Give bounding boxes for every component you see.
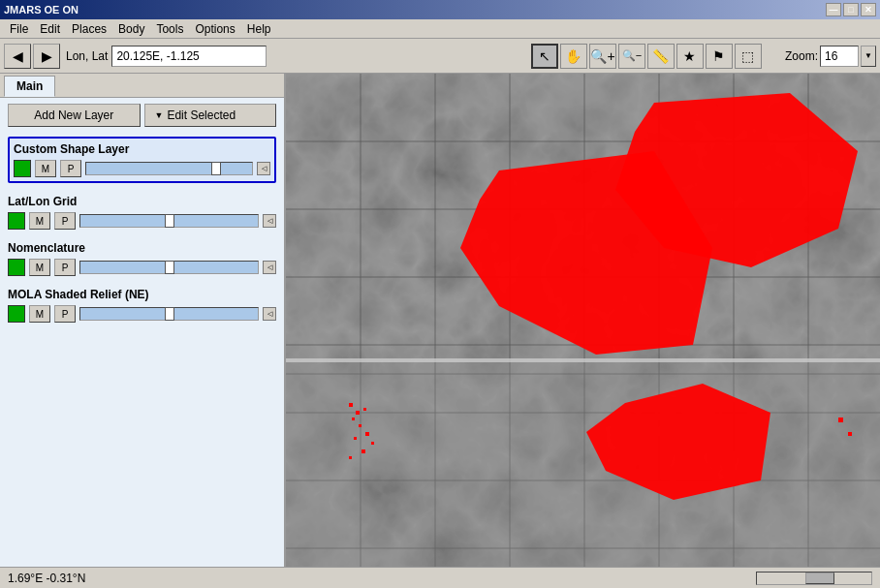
slider-end-latlon-grid: ◁ — [263, 214, 276, 228]
svg-rect-34 — [838, 418, 843, 422]
menu-help[interactable]: Help — [241, 20, 277, 38]
layer-name-mola: MOLA Shaded Relief (NE) — [8, 288, 276, 301]
svg-rect-24 — [356, 411, 360, 415]
nav-group: ◀ ▶ — [4, 44, 60, 69]
svg-rect-35 — [848, 432, 852, 436]
titlebar: JMARS OE ON — □ ✕ — [0, 0, 880, 19]
add-layer-button[interactable]: Add New Layer — [8, 104, 141, 127]
scroll-track[interactable] — [756, 572, 872, 585]
layer-opacity-custom-shape[interactable] — [85, 162, 253, 175]
back-button[interactable]: ◀ — [4, 44, 31, 69]
status-coords: 1.69°E -0.31°N — [8, 572, 85, 585]
svg-rect-23 — [349, 403, 353, 407]
maximize-button[interactable]: □ — [843, 3, 859, 16]
flag-button[interactable]: ⚑ — [706, 44, 733, 69]
svg-rect-31 — [361, 449, 365, 453]
layer-m-mola[interactable]: M — [29, 305, 50, 323]
forward-button[interactable]: ▶ — [33, 44, 60, 69]
zoom-out-button[interactable]: 🔍− — [618, 44, 645, 69]
svg-rect-28 — [365, 432, 369, 436]
layer-color-custom-shape[interactable] — [14, 160, 31, 177]
layer-p-mola[interactable]: P — [54, 305, 76, 323]
layer-item-latlon-grid: Lat/Lon Grid M P ◁ — [8, 195, 276, 230]
layer-color-mola[interactable] — [8, 305, 25, 323]
layer-m-nomenclature[interactable]: M — [29, 259, 50, 276]
svg-rect-30 — [371, 442, 374, 445]
titlebar-controls: — □ ✕ — [826, 3, 876, 16]
layer-item-mola: MOLA Shaded Relief (NE) M P ◁ — [8, 288, 276, 323]
svg-rect-19 — [286, 358, 880, 362]
measure-button[interactable]: 📏 — [647, 44, 675, 69]
layer-name-nomenclature: Nomenclature — [8, 241, 276, 255]
layer-row-mola: M P ◁ — [8, 305, 276, 323]
layer-p-nomenclature[interactable]: P — [54, 259, 76, 276]
zoom-label: Zoom: — [785, 49, 818, 63]
main-layout: Main Add New Layer Edit Selected Custom … — [0, 74, 880, 567]
menu-options[interactable]: Options — [189, 20, 240, 38]
svg-rect-25 — [352, 418, 355, 420]
slider-end-custom-shape: ◁ — [257, 162, 270, 175]
zoom-dropdown[interactable]: ▼ — [861, 46, 876, 67]
tool-group: ↖ ✋ 🔍+ 🔍− 📏 ★ ⚑ ⬚ — [531, 44, 762, 69]
statusbar-right — [756, 572, 872, 585]
layer-name-latlon-grid: Lat/Lon Grid — [8, 195, 276, 208]
map-area[interactable] — [286, 74, 880, 567]
menu-tools[interactable]: Tools — [150, 20, 189, 38]
layer-row-custom-shape: M P ◁ — [14, 160, 270, 177]
titlebar-title: JMARS OE ON — [4, 4, 79, 15]
zoom-in-button[interactable]: 🔍+ — [589, 44, 616, 69]
tab-bar: Main — [0, 74, 284, 98]
slider-end-nomenclature: ◁ — [263, 261, 276, 274]
layer-m-latlon-grid[interactable]: M — [29, 212, 50, 230]
layer-controls: Add New Layer Edit Selected — [0, 98, 284, 133]
coord-input[interactable] — [111, 46, 267, 67]
coord-label: Lon, Lat — [66, 49, 108, 63]
toolbar: ◀ ▶ Lon, Lat ↖ ✋ 🔍+ 🔍− 📏 ★ ⚑ ⬚ Zoom: ▼ — [0, 39, 880, 74]
left-panel: Main Add New Layer Edit Selected Custom … — [0, 74, 286, 567]
select-tool-button[interactable]: ↖ — [531, 44, 558, 69]
edit-selected-button[interactable]: Edit Selected — [144, 104, 277, 127]
layer-name-custom-shape: Custom Shape Layer — [14, 142, 270, 156]
layer-opacity-mola[interactable] — [79, 307, 259, 321]
layer-row-nomenclature: M P ◁ — [8, 259, 276, 276]
svg-rect-29 — [354, 437, 357, 440]
svg-rect-32 — [349, 456, 352, 459]
close-button[interactable]: ✕ — [861, 3, 876, 16]
layer-item-nomenclature: Nomenclature M P ◁ — [8, 241, 276, 276]
svg-rect-22 — [286, 362, 880, 567]
tab-main[interactable]: Main — [4, 76, 55, 97]
svg-rect-26 — [363, 408, 366, 411]
menu-places[interactable]: Places — [66, 20, 112, 38]
layer-color-nomenclature[interactable] — [8, 259, 25, 276]
zoom-input[interactable] — [820, 46, 859, 67]
statusbar: 1.69°E -0.31°N — [0, 567, 880, 588]
layer-color-latlon-grid[interactable] — [8, 212, 25, 230]
layer-p-latlon-grid[interactable]: P — [54, 212, 76, 230]
map-canvas[interactable] — [286, 74, 880, 567]
stamp-button[interactable]: ★ — [676, 44, 704, 69]
region-button[interactable]: ⬚ — [735, 44, 762, 69]
layer-p-custom-shape[interactable]: P — [60, 160, 81, 177]
slider-end-mola: ◁ — [263, 307, 276, 321]
menu-body[interactable]: Body — [112, 20, 150, 38]
menu-edit[interactable]: Edit — [34, 20, 66, 38]
menu-file[interactable]: File — [4, 20, 34, 38]
minimize-button[interactable]: — — [826, 3, 841, 16]
scroll-thumb[interactable] — [805, 573, 834, 584]
layer-opacity-nomenclature[interactable] — [79, 261, 259, 274]
svg-rect-27 — [359, 424, 361, 427]
layer-item-custom-shape: Custom Shape Layer M P ◁ — [8, 137, 276, 183]
layer-m-custom-shape[interactable]: M — [35, 160, 56, 177]
menubar: File Edit Places Body Tools Options Help — [0, 19, 880, 39]
layer-list: Custom Shape Layer M P ◁ Lat/Lon Grid M … — [0, 133, 284, 567]
layer-row-latlon-grid: M P ◁ — [8, 212, 276, 230]
pan-tool-button[interactable]: ✋ — [560, 44, 587, 69]
layer-opacity-latlon-grid[interactable] — [79, 214, 259, 228]
